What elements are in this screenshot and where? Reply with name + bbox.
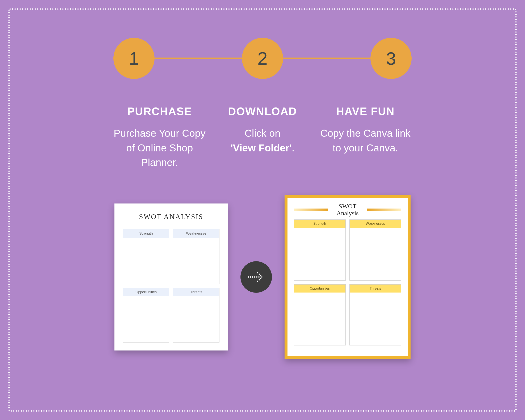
swot-cell-weaknesses-right: Weaknesses <box>349 219 401 280</box>
preview-left-grid: Strength Weaknesses Opportunities Threat… <box>123 229 219 343</box>
step-circle-1: 1 <box>113 38 155 79</box>
swot-cell-threats-right: Threats <box>349 284 401 345</box>
swot-body-strength-right <box>294 228 346 280</box>
step-desc-1: Purchase Your Copy of Online Shop Planne… <box>113 126 206 170</box>
preview-right-title-line2: Analysis <box>337 210 359 216</box>
swot-head-opportunities-left: Opportunities <box>123 288 169 296</box>
ribbon-bar-left <box>294 208 328 211</box>
svg-point-6 <box>259 276 261 278</box>
swot-head-opportunities-right: Opportunities <box>294 285 346 292</box>
step-column-3: HAVE FUN Copy the Canva link to your Can… <box>319 105 412 170</box>
preview-right-grid: Strength Weaknesses Opportunities Threat… <box>294 219 401 345</box>
svg-point-3 <box>254 276 255 278</box>
swot-head-threats-right: Threats <box>350 285 401 292</box>
swot-body-weaknesses-left <box>173 238 219 284</box>
preview-left-title: SWOT ANALYSIS <box>123 213 219 221</box>
step-title-1: PURCHASE <box>113 105 206 118</box>
swot-head-strength-left: Strength <box>123 229 169 238</box>
svg-point-7 <box>261 276 262 278</box>
swot-cell-strength-left: Strength <box>123 229 169 284</box>
preview-right-title: SWOT Analysis <box>331 203 364 216</box>
swot-head-weaknesses-left: Weaknesses <box>173 229 219 238</box>
swot-cell-threats-left: Threats <box>173 288 219 343</box>
svg-point-5 <box>257 276 259 278</box>
svg-point-10 <box>260 275 262 276</box>
content-area: 1 2 3 PURCHASE Purchase Your Copy of Onl… <box>0 0 525 420</box>
steps-circles-row: 1 2 3 <box>113 38 412 80</box>
ribbon-bar-right <box>367 208 401 211</box>
svg-point-13 <box>260 278 262 279</box>
swot-cell-strength-right: Strength <box>294 219 346 280</box>
preview-right-ribbon: SWOT Analysis <box>294 203 401 216</box>
step-title-2: DOWNLOAD <box>216 105 309 118</box>
step-column-1: PURCHASE Purchase Your Copy of Online Sh… <box>113 105 206 170</box>
step-circle-2: 2 <box>242 38 283 79</box>
arrow-right-dotted-icon <box>247 268 266 286</box>
step-desc-2-bold: 'View Folder' <box>231 142 292 153</box>
swot-head-strength-right: Strength <box>294 220 346 228</box>
step-title-3: HAVE FUN <box>319 105 412 118</box>
arrow-circle <box>240 261 272 293</box>
step-desc-2-suffix: . <box>292 142 294 153</box>
swot-head-weaknesses-right: Weaknesses <box>350 220 401 228</box>
svg-point-9 <box>259 273 260 275</box>
preview-page-left: SWOT ANALYSIS Strength Weaknesses Opport… <box>114 204 228 351</box>
step-column-2: DOWNLOAD Click on 'View Folder'. <box>216 105 309 170</box>
swot-body-strength-left <box>123 238 169 284</box>
svg-point-8 <box>257 272 258 273</box>
swot-body-opportunities-left <box>123 296 169 342</box>
swot-cell-opportunities-right: Opportunities <box>294 284 346 345</box>
svg-point-12 <box>259 279 260 280</box>
swot-body-opportunities-right <box>294 292 346 345</box>
swot-head-threats-left: Threats <box>173 288 219 296</box>
preview-page-right: SWOT Analysis Strength Weaknesses Opport… <box>285 195 411 359</box>
previews-row: SWOT ANALYSIS Strength Weaknesses Opport… <box>75 195 450 359</box>
step-desc-3: Copy the Canva link to your Canva. <box>319 126 412 155</box>
step-desc-2-prefix: Click on <box>245 128 281 139</box>
step-desc-2: Click on 'View Folder'. <box>216 126 309 155</box>
swot-body-threats-left <box>173 296 219 342</box>
svg-point-4 <box>256 276 257 278</box>
steps-circles-container: 1 2 3 <box>113 38 412 79</box>
svg-point-11 <box>257 280 258 282</box>
svg-point-2 <box>252 276 253 278</box>
steps-labels-row: PURCHASE Purchase Your Copy of Online Sh… <box>113 105 412 170</box>
preview-right-title-line1: SWOT <box>339 203 356 210</box>
swot-body-weaknesses-right <box>350 228 401 280</box>
swot-body-threats-right <box>350 292 401 345</box>
step-circle-3: 3 <box>370 38 412 79</box>
svg-point-1 <box>250 276 251 278</box>
svg-point-0 <box>248 276 249 278</box>
swot-cell-opportunities-left: Opportunities <box>123 288 169 343</box>
swot-cell-weaknesses-left: Weaknesses <box>173 229 219 284</box>
